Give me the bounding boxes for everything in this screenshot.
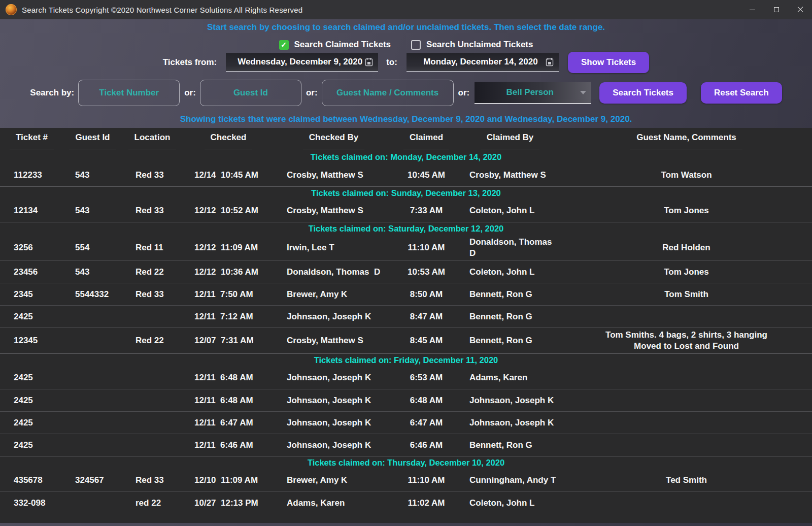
checkbox-checked-icon: ✓ — [279, 40, 289, 50]
or-label: or: — [306, 88, 318, 98]
table-row[interactable]: 3256554Red 1112/12 11:09 AMIrwin, Lee T1… — [0, 235, 812, 260]
table-row[interactable]: 242512/11 6:47 AMJohnsaon, Joseph K6:47 … — [0, 411, 812, 434]
minimize-button[interactable] — [740, 0, 764, 19]
cell-checked: 12/11 7:50 AM — [183, 289, 274, 300]
column-header-checked: Checked — [183, 133, 274, 149]
cell-location: Red 33 — [122, 170, 183, 181]
guest-id-input[interactable] — [200, 80, 301, 106]
cell-claimed-by: Bennett, Ron G — [459, 440, 561, 451]
cell-guest-id: 543 — [63, 170, 122, 181]
cell-guest-name-comments: Tom Jones — [561, 205, 812, 216]
table-row[interactable]: 242512/11 6:48 AMJohnsaon, Joseph K6:53 … — [0, 367, 812, 389]
group-date-header: Tickets claimed on: Monday, December 14,… — [0, 151, 812, 164]
table-row[interactable]: 23455544332Red 3312/11 7:50 AMBrewer, Am… — [0, 283, 812, 305]
column-header-guest-name-comments: Guest Name, Comments — [561, 133, 812, 149]
search-tickets-button[interactable]: Search Tickets — [599, 82, 687, 104]
table-row[interactable]: 242512/11 7:12 AMJohnsaon, Joseph K8:47 … — [0, 305, 812, 327]
cell-guest-id: 5544332 — [63, 289, 122, 300]
column-header-location: Location — [122, 133, 183, 149]
cell-guest-id: 543 — [63, 267, 122, 278]
cell-location: Red 22 — [122, 267, 183, 278]
table-row[interactable]: 12345Red 2212/07 7:31 AMCrosby, Matthew … — [0, 327, 812, 353]
cell-checked-by: Irwin, Lee T — [274, 242, 393, 253]
checkbox-unchecked-icon — [411, 40, 421, 50]
cell-guest-name-comments: Tom Watson — [561, 170, 812, 181]
cell-claimed: 10:45 AM — [393, 170, 459, 181]
cell-checked-by: Donaldson, Thomas D — [274, 267, 393, 278]
app-icon — [6, 4, 17, 15]
table-row[interactable]: 23456543Red 2212/12 10:36 AMDonaldson, T… — [0, 260, 812, 283]
cell-guest-id: 543 — [63, 205, 122, 216]
column-header-claimed: Claimed — [393, 133, 459, 149]
cell-checked-by: Johnsaon, Joseph K — [274, 417, 393, 429]
cell-claimed: 6:48 AM — [393, 395, 459, 406]
chevron-down-icon — [580, 91, 586, 94]
close-button[interactable] — [788, 0, 812, 19]
table-row[interactable]: 242512/11 6:48 AMJohnsaon, Joseph K6:48 … — [0, 389, 812, 411]
ticket-number-input[interactable] — [78, 80, 180, 106]
date-from-picker[interactable]: Wednesday, December 9, 2020 — [226, 53, 378, 72]
cell-ticket-number: 2425 — [0, 372, 63, 383]
instruction-text: Start search by choosing to search claim… — [0, 21, 812, 34]
column-header-ticket-number: Ticket # — [0, 133, 63, 149]
cell-claimed-by: Crosby, Matthew S — [459, 170, 561, 181]
cell-location: Red 22 — [122, 335, 183, 346]
cell-claimed: 6:53 AM — [393, 372, 459, 383]
group-date-header: Tickets claimed on: Saturday, December 1… — [0, 222, 812, 235]
table-row[interactable]: 435678324567Red 3312/10 11:09 AMBrewer, … — [0, 469, 812, 491]
cell-guest-id: 554 — [63, 242, 122, 253]
bell-person-dropdown[interactable]: Bell Person — [475, 82, 591, 104]
cell-claimed-by: Donaldson, Thomas D — [459, 237, 561, 259]
cell-claimed-by: Coleton, John L — [459, 498, 561, 509]
window-title: Search Tickets Copyright ©2020 Northwest… — [22, 6, 302, 14]
cell-guest-name-comments: Tom Jones — [561, 267, 812, 278]
column-header-claimed-by: Claimed By — [459, 133, 561, 149]
table-row[interactable]: 332-098red 2210/27 12:13 PMAdams, Karen1… — [0, 491, 812, 514]
or-label: or: — [184, 88, 196, 98]
cell-guest-name-comments: Ted Smith — [561, 475, 812, 486]
cell-checked: 12/12 11:09 AM — [183, 242, 274, 253]
ticket-group: Tickets claimed on: Monday, December 14,… — [0, 151, 812, 186]
cell-checked: 12/07 7:31 AM — [183, 335, 274, 346]
search-by-row: Search by: or: or: or: Bell Person Searc… — [0, 79, 812, 107]
show-tickets-button[interactable]: Show Tickets — [568, 52, 649, 73]
cell-claimed-by: Bennett, Ron G — [459, 335, 561, 346]
search-claimed-checkbox[interactable]: ✓ Search Claimed Tickets — [279, 40, 391, 50]
cell-checked: 12/11 6:48 AM — [183, 395, 274, 406]
tickets-table-body: Tickets claimed on: Monday, December 14,… — [0, 151, 812, 514]
cell-checked: 12/11 6:48 AM — [183, 372, 274, 383]
guest-name-comments-input[interactable] — [322, 80, 454, 106]
checkbox-row: ✓ Search Claimed Tickets Search Unclaime… — [0, 37, 812, 52]
cell-checked: 12/14 10:45 AM — [183, 170, 274, 181]
table-row[interactable]: 112233543Red 3312/14 10:45 AMCrosby, Mat… — [0, 164, 812, 186]
tickets-from-label: Tickets from: — [163, 57, 217, 68]
window-controls — [740, 0, 812, 19]
cell-claimed: 8:45 AM — [393, 335, 459, 346]
table-row[interactable]: 242512/11 6:46 AMJohnsaon, Joseph K6:46 … — [0, 434, 812, 456]
cell-claimed: 11:10 AM — [393, 242, 459, 253]
cell-location: red 22 — [122, 498, 183, 509]
cell-guest-id: 324567 — [63, 475, 122, 486]
ticket-group: Tickets claimed on: Sunday, December 13,… — [0, 186, 812, 222]
table-row[interactable]: 12134543Red 3312/12 10:52 AMCrosby, Matt… — [0, 200, 812, 222]
reset-search-button[interactable]: Reset Search — [701, 82, 782, 104]
maximize-button[interactable] — [764, 0, 788, 19]
maximize-icon — [774, 7, 779, 12]
search-unclaimed-checkbox[interactable]: Search Unclaimed Tickets — [411, 40, 533, 50]
cell-location: Red 33 — [122, 205, 183, 216]
date-to-picker[interactable]: Monday, December 14, 2020 — [407, 53, 559, 72]
cell-checked-by: Johnsaon, Joseph K — [274, 311, 393, 322]
cell-claimed-by: Adams, Karen — [459, 372, 561, 383]
calendar-icon[interactable] — [546, 57, 554, 67]
cell-checked: 12/12 10:52 AM — [183, 205, 274, 216]
cell-claimed-by: Johnsaon, Joseph K — [459, 417, 561, 429]
cell-ticket-number: 2425 — [0, 395, 63, 406]
cell-claimed-by: Johnsaon, Joseph K — [459, 395, 561, 406]
cell-checked-by: Crosby, Matthew S — [274, 205, 393, 216]
cell-ticket-number: 12345 — [0, 335, 63, 346]
cell-guest-name-comments: Red Holden — [561, 242, 812, 253]
results-status-text: Showing tickets that were claimed betwee… — [0, 113, 812, 126]
cell-ticket-number: 332-098 — [0, 498, 63, 509]
calendar-icon[interactable] — [365, 57, 373, 67]
date-from-value: Wednesday, December 9, 2020 — [237, 57, 363, 67]
